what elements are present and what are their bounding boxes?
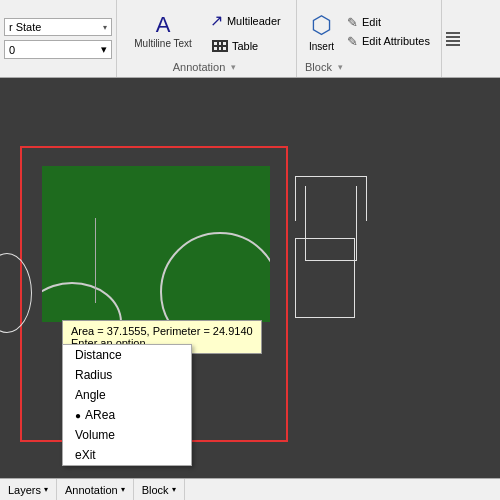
canvas-area: Area = 37.1555, Perimeter = 24.9140 Ente… — [0, 78, 500, 478]
menu-item-volume-label: Volume — [75, 428, 115, 442]
zero-dropdown[interactable]: 0 ▾ — [4, 40, 112, 59]
toolbar-block-group: ⬡ Insert ✎ Edit ✎ Edit Attributes Block — [297, 0, 442, 77]
context-menu: Distance Radius Angle ● ARea Volume eXit — [62, 344, 192, 466]
green-filled-rect — [42, 166, 270, 322]
menu-item-angle-label: Angle — [75, 388, 106, 402]
tooltip-area-text: Area = 37.1555, Perimeter = 24.9140 — [71, 325, 253, 337]
layers-label: Layers — [8, 484, 41, 496]
annotation-section-label[interactable]: Annotation — [173, 61, 241, 73]
toolbar-right — [442, 0, 464, 77]
menu-item-exit[interactable]: eXit — [63, 445, 191, 465]
block-bottom-label: Block — [142, 484, 169, 496]
edit-icon: ✎ — [347, 15, 358, 30]
table-button[interactable]: Table — [206, 38, 285, 54]
edit-button[interactable]: ✎ Edit — [344, 14, 433, 31]
vertical-line — [95, 218, 96, 303]
block-section-arrow — [334, 62, 347, 72]
multileader-label: Multileader — [227, 15, 281, 27]
state-dropdown[interactable]: r State ▾ — [4, 18, 112, 36]
arc-left — [0, 253, 32, 333]
block-bottom-button[interactable]: Block ▾ — [134, 479, 185, 500]
multiline-text-icon: A — [156, 14, 171, 36]
zero-arrow-icon: ▾ — [101, 43, 107, 56]
white-rect-right — [295, 238, 355, 318]
state-label: r State — [9, 21, 41, 33]
overflow-menu-button[interactable] — [446, 32, 460, 46]
menu-item-radius-label: Radius — [75, 368, 112, 382]
menu-item-exit-label: eXit — [75, 448, 96, 462]
area-bullet-icon: ● — [75, 410, 81, 421]
insert-label: Insert — [309, 41, 334, 52]
multiline-text-button[interactable]: A Multiline Text — [128, 10, 198, 54]
multileader-button[interactable]: ↗ Multileader — [206, 9, 285, 32]
edit-label: Edit — [362, 16, 381, 28]
edit-group: ✎ Edit ✎ Edit Attributes — [344, 14, 433, 50]
cad-drawing: Area = 37.1555, Perimeter = 24.9140 Ente… — [0, 78, 500, 478]
insert-icon: ⬡ — [311, 11, 332, 39]
menu-item-radius[interactable]: Radius — [63, 365, 191, 385]
annotation-bottom-arrow-icon: ▾ — [121, 485, 125, 494]
block-section-label[interactable]: Block — [305, 61, 433, 73]
annotation-bottom-label: Annotation — [65, 484, 118, 496]
multileader-icon: ↗ — [210, 11, 223, 30]
bottom-bar: Layers ▾ Annotation ▾ Block ▾ — [0, 478, 500, 500]
annotation-bottom-button[interactable]: Annotation ▾ — [57, 479, 134, 500]
multiline-text-label: Multiline Text — [134, 38, 192, 50]
table-label: Table — [232, 40, 258, 52]
menu-item-distance-label: Distance — [75, 348, 122, 362]
toolbar-annotation-group: A Multiline Text ↗ Multileader Table — [117, 0, 297, 77]
toolbar-left: r State ▾ 0 ▾ — [0, 0, 117, 77]
edit-attributes-icon: ✎ — [347, 34, 358, 49]
annotation-section-arrow — [227, 62, 240, 72]
table-icon — [212, 40, 228, 52]
block-bottom-arrow-icon: ▾ — [172, 485, 176, 494]
menu-item-area-label: ARea — [85, 408, 115, 422]
layers-button[interactable]: Layers ▾ — [0, 479, 57, 500]
menu-item-distance[interactable]: Distance — [63, 345, 191, 365]
menu-item-angle[interactable]: Angle — [63, 385, 191, 405]
layers-arrow-icon: ▾ — [44, 485, 48, 494]
edit-attributes-label: Edit Attributes — [362, 35, 430, 47]
edit-attributes-button[interactable]: ✎ Edit Attributes — [344, 33, 433, 50]
insert-button[interactable]: ⬡ Insert — [305, 7, 338, 56]
zero-value: 0 — [9, 44, 15, 56]
menu-item-area[interactable]: ● ARea — [63, 405, 191, 425]
state-arrow-icon: ▾ — [103, 23, 107, 32]
toolbar: r State ▾ 0 ▾ A Multiline Text ↗ Multile… — [0, 0, 500, 78]
menu-item-volume[interactable]: Volume — [63, 425, 191, 445]
